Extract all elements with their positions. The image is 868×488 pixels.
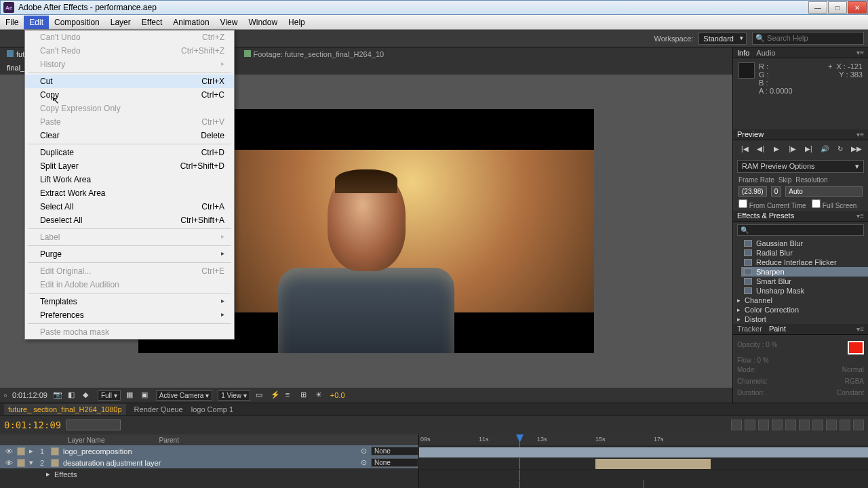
channel-icon[interactable]: ◧ <box>68 390 77 400</box>
grid-icon[interactable]: ▦ <box>126 390 136 400</box>
resolution-field[interactable]: Auto <box>785 186 863 197</box>
tab-effects-presets[interactable]: Effects & Presets <box>737 211 794 220</box>
search-help-input[interactable]: 🔍 Search Help <box>752 32 864 45</box>
tl-icon-1[interactable] <box>731 420 742 430</box>
pixel-aspect-icon[interactable]: ▭ <box>256 390 265 400</box>
menu-effect[interactable]: Effect <box>136 16 167 29</box>
effect-item-gaussian-blur[interactable]: Gaussian Blur <box>741 239 868 248</box>
next-frame-button[interactable]: |▶ <box>787 144 798 155</box>
menu-layer[interactable]: Layer <box>105 16 136 29</box>
tab-info[interactable]: Info <box>737 49 749 57</box>
exposure-reset-icon[interactable]: ☀ <box>315 390 325 400</box>
snapshot-icon[interactable]: 📷 <box>53 390 62 400</box>
menu-item-templates[interactable]: Templates <box>25 295 234 308</box>
timeline-timecode[interactable]: 0:01:12:09 <box>4 420 61 430</box>
close-button[interactable]: ✕ <box>848 1 867 14</box>
minimize-button[interactable]: — <box>808 1 827 14</box>
tl-icon-9[interactable] <box>840 420 850 430</box>
maximize-button[interactable]: □ <box>828 1 847 14</box>
effect-category-channel[interactable]: Channel <box>734 296 868 305</box>
menu-animation[interactable]: Animation <box>167 16 214 29</box>
ram-preview-dropdown[interactable]: RAM Preview Options▾ <box>737 160 864 173</box>
parent-dropdown[interactable]: None <box>371 447 418 455</box>
tab-preview[interactable]: Preview <box>737 130 764 138</box>
menu-view[interactable]: View <box>215 16 243 29</box>
camera-dropdown[interactable]: Active Camera ▾ <box>156 390 212 401</box>
menu-item-extract-work-area[interactable]: Extract Work Area <box>25 186 234 200</box>
menu-item-lift-work-area[interactable]: Lift Work Area <box>25 173 234 186</box>
zoom-dropdown[interactable]: Full ▾ <box>98 390 121 401</box>
from-current-checkbox[interactable] <box>738 199 747 208</box>
loop-button[interactable]: ↻ <box>835 144 846 155</box>
layer-row-1[interactable]: 👁 ▸1 logo_precomposition ⊙None <box>0 445 418 457</box>
magnification-icon[interactable]: ▫ <box>4 391 7 399</box>
menu-item-cut[interactable]: CutCtrl+X <box>25 75 234 88</box>
ram-preview-button[interactable]: ▶▶ <box>851 144 862 155</box>
audio-button[interactable]: 🔊 <box>819 144 830 155</box>
opacity-label: Opacity : 0 % <box>737 341 777 354</box>
effect-item-sharpen[interactable]: Sharpen <box>741 267 868 277</box>
timeline-search[interactable] <box>66 420 121 430</box>
panel-menu-icon[interactable]: ▾≡ <box>856 325 864 333</box>
frame-rate-field[interactable]: (23.98) <box>738 186 767 197</box>
parent-dropdown[interactable]: None <box>371 458 418 467</box>
effects-row[interactable]: ▸Effects <box>0 468 418 480</box>
menu-item-split-layer[interactable]: Split LayerCtrl+Shift+D <box>25 159 234 173</box>
tl-icon-6[interactable] <box>799 420 810 430</box>
menu-item-select-all[interactable]: Select AllCtrl+A <box>25 200 234 214</box>
exposure-value[interactable]: +0.0 <box>330 391 345 399</box>
tl-icon-4[interactable] <box>772 420 783 430</box>
views-dropdown[interactable]: 1 View ▾ <box>218 390 250 401</box>
prev-frame-button[interactable]: ◀| <box>755 144 766 155</box>
workspace-dropdown[interactable]: Standard <box>698 33 747 45</box>
tl-icon-7[interactable] <box>812 420 823 430</box>
effect-item-unsharp-mask[interactable]: Unsharp Mask <box>741 286 868 296</box>
effect-item-smart-blur[interactable]: Smart Blur <box>741 277 868 286</box>
tab-tracker[interactable]: Tracker <box>737 325 762 333</box>
menu-item-preferences[interactable]: Preferences <box>25 308 234 322</box>
effect-category-color-correction[interactable]: Color Correction <box>734 305 868 314</box>
effect-item-reduce-interlace-flicker[interactable]: Reduce Interlace Flicker <box>741 258 868 267</box>
tl-icon-8[interactable] <box>826 420 837 430</box>
layer-row-2[interactable]: 👁 ▾2 desaturation adjustment layer ⊙None <box>0 457 418 468</box>
mask-icon[interactable]: ▣ <box>141 390 151 400</box>
timeline-icon[interactable]: ≡ <box>285 390 295 400</box>
effect-category-distort[interactable]: Distort <box>734 314 868 324</box>
viewer-timecode[interactable]: 0:01:12:09 <box>12 391 47 399</box>
tab-audio[interactable]: Audio <box>756 49 775 57</box>
first-frame-button[interactable]: |◀ <box>739 144 750 155</box>
menu-help[interactable]: Help <box>283 16 311 29</box>
comp-flowchart-icon[interactable]: ⊞ <box>300 390 310 400</box>
menu-window[interactable]: Window <box>243 16 283 29</box>
panel-menu-icon[interactable]: ▾≡ <box>856 131 864 138</box>
menu-item-clear[interactable]: ClearDelete <box>25 129 234 142</box>
play-button[interactable]: ▶ <box>771 144 782 155</box>
panel-menu-icon[interactable]: ▾≡ <box>856 212 864 220</box>
skip-field[interactable]: 0 <box>771 186 782 197</box>
menu-item-purge[interactable]: Purge <box>25 247 234 261</box>
timeline-tab-comp[interactable]: future_ section_final_H264_1080p <box>4 404 126 415</box>
menu-edit[interactable]: Edit <box>24 16 49 29</box>
menu-file[interactable]: File <box>0 16 24 29</box>
tl-icon-10[interactable] <box>853 420 864 430</box>
full-screen-checkbox[interactable] <box>812 199 821 208</box>
fast-preview-icon[interactable]: ⚡ <box>271 390 280 400</box>
last-frame-button[interactable]: ▶| <box>803 144 814 155</box>
viewer-tab-footage[interactable]: Footage: future_section_final_H264_10 <box>244 50 384 58</box>
menu-item-duplicate[interactable]: DuplicateCtrl+D <box>25 146 234 159</box>
effects-search-input[interactable]: 🔍 <box>737 224 864 236</box>
menu-composition[interactable]: Composition <box>49 16 105 29</box>
tl-icon-2[interactable] <box>745 420 755 430</box>
tl-icon-5[interactable] <box>785 420 796 430</box>
timeline-ruler[interactable]: 09s 11s 13s 15s 17s <box>419 434 868 445</box>
menu-item-deselect-all[interactable]: Deselect AllCtrl+Shift+A <box>25 214 234 227</box>
tl-icon-3[interactable] <box>758 420 769 430</box>
timeline-tab-render[interactable]: Render Queue <box>134 405 183 413</box>
tab-paint[interactable]: Paint <box>769 325 786 333</box>
effect-item-radial-blur[interactable]: Radial Blur <box>741 248 868 258</box>
resolution-icon[interactable]: ◆ <box>83 390 92 400</box>
panel-menu-icon[interactable]: ▾≡ <box>856 49 864 56</box>
menu-item-label: Label <box>25 230 234 244</box>
timeline-tab-logo[interactable]: logo Comp 1 <box>191 405 233 413</box>
paint-color-swatch[interactable] <box>848 341 864 354</box>
